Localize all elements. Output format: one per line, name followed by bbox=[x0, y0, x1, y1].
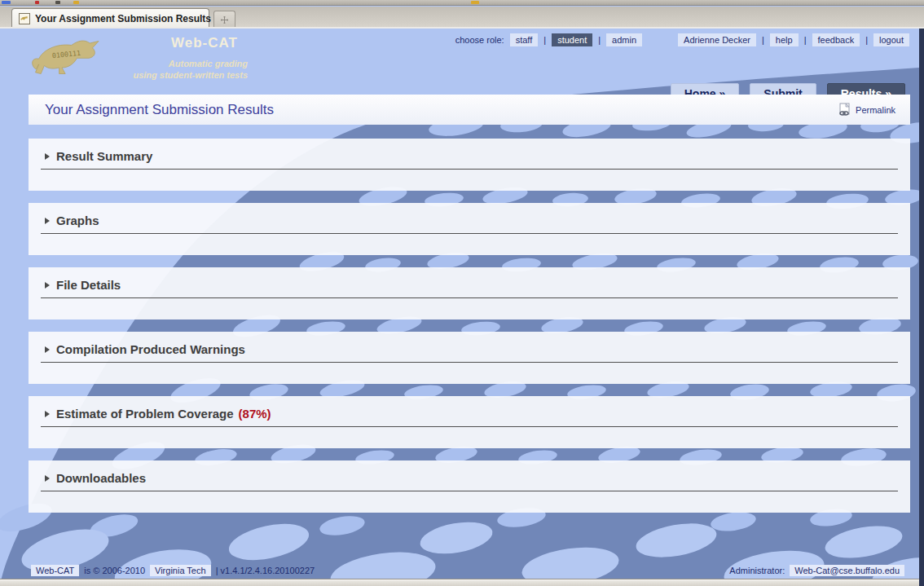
section-toggle[interactable]: Graphs bbox=[29, 203, 910, 227]
toolbar-icon-fragment bbox=[471, 1, 479, 4]
choose-role-label: choose role: bbox=[455, 35, 504, 45]
section-rule bbox=[41, 362, 898, 363]
admin-label: Administrator: bbox=[729, 566, 785, 575]
browser-status-bar bbox=[0, 579, 919, 586]
right-triangle-icon bbox=[45, 475, 50, 482]
page-title-banner: Your Assignment Submission Results Perma… bbox=[29, 95, 910, 125]
section-title: File Details bbox=[56, 278, 121, 292]
footer-copyright: is © 2006-2010 bbox=[84, 566, 145, 575]
separator: | bbox=[865, 35, 868, 45]
toolbar-icon-fragment bbox=[2, 1, 11, 4]
toolbar-icon-fragment bbox=[35, 1, 39, 4]
admin-email-link[interactable]: Web-Cat@cse.buffalo.edu bbox=[790, 565, 904, 576]
section-title: Graphs bbox=[56, 214, 99, 227]
section-title: Result Summary bbox=[56, 149, 152, 163]
right-triangle-icon bbox=[45, 153, 50, 160]
tagline-line1: Automatic grading bbox=[112, 58, 248, 69]
footer-version: | v1.4.1/2.4.16.20100227 bbox=[216, 566, 315, 575]
tagline-line2: using student-written tests bbox=[112, 69, 248, 81]
section-toggle[interactable]: Compilation Produced Warnings bbox=[29, 332, 910, 356]
webcat-cat-logo-icon: 0100111 bbox=[29, 35, 111, 83]
browser-window: Your Assignment Submission Results bbox=[0, 0, 924, 586]
footer-right: Administrator: Web-Cat@cse.buffalo.edu bbox=[729, 565, 904, 576]
section-rule bbox=[41, 233, 898, 234]
section-compilation-warnings: Compilation Produced Warnings bbox=[29, 332, 910, 384]
section-rule bbox=[41, 426, 898, 427]
section-file-details: File Details bbox=[29, 267, 910, 319]
section-rule bbox=[41, 169, 898, 170]
tab-title: Your Assignment Submission Results bbox=[35, 13, 211, 24]
section-problem-coverage: Estimate of Problem Coverage (87%) bbox=[29, 396, 910, 448]
footer-webcat-link[interactable]: Web-CAT bbox=[31, 565, 79, 576]
app-name: Web-CAT bbox=[112, 35, 248, 51]
separator: | bbox=[762, 35, 764, 45]
separator: | bbox=[543, 35, 546, 45]
section-title: Downloadables bbox=[56, 471, 146, 485]
section-result-summary: Result Summary bbox=[29, 139, 910, 191]
webcat-favicon-icon bbox=[19, 13, 30, 24]
window-right-edge bbox=[919, 29, 924, 586]
section-graphs: Graphs bbox=[29, 203, 910, 255]
right-triangle-icon bbox=[45, 218, 50, 224]
section-downloadables: Downloadables bbox=[29, 460, 910, 513]
toolbar-icon-fragment bbox=[73, 1, 79, 4]
permalink-label: Permalink bbox=[856, 105, 895, 115]
help-link[interactable]: help bbox=[770, 33, 799, 46]
section-title: Compilation Produced Warnings bbox=[56, 342, 245, 356]
section-rule bbox=[41, 491, 898, 491]
brand-block: Web-CAT Automatic grading using student-… bbox=[112, 35, 248, 81]
right-triangle-icon bbox=[45, 411, 50, 417]
separator: | bbox=[598, 35, 601, 45]
section-toggle[interactable]: Estimate of Problem Coverage (87%) bbox=[29, 396, 910, 421]
permalink-icon bbox=[838, 103, 851, 117]
section-badge: (87%) bbox=[239, 407, 271, 421]
feedback-link[interactable]: feedback bbox=[812, 33, 860, 46]
toolbar-icon-fragment bbox=[55, 1, 60, 4]
separator: | bbox=[804, 35, 807, 45]
footer-virginiatech-link[interactable]: Virginia Tech bbox=[150, 565, 211, 576]
role-staff[interactable]: staff bbox=[510, 33, 539, 46]
permalink-link[interactable]: Permalink bbox=[838, 95, 895, 125]
section-toggle[interactable]: Downloadables bbox=[29, 460, 910, 485]
role-admin[interactable]: admin bbox=[606, 33, 642, 46]
move-cross-icon bbox=[221, 16, 228, 24]
browser-toolbar-edge bbox=[0, 0, 924, 6]
role-student[interactable]: student bbox=[552, 33, 592, 46]
section-toggle[interactable]: File Details bbox=[29, 267, 910, 292]
page-title: Your Assignment Submission Results bbox=[45, 95, 274, 125]
user-name-link[interactable]: Adrienne Decker bbox=[678, 33, 756, 46]
page-footer: Web-CAT is © 2006-2010 Virginia Tech | v… bbox=[0, 562, 904, 579]
section-title: Estimate of Problem Coverage bbox=[56, 407, 234, 421]
browser-tab-bar: Your Assignment Submission Results bbox=[0, 7, 924, 27]
right-triangle-icon bbox=[45, 346, 50, 353]
logout-link[interactable]: logout bbox=[873, 33, 909, 46]
new-tab-button[interactable] bbox=[213, 11, 235, 28]
footer-left: Web-CAT is © 2006-2010 Virginia Tech | v… bbox=[31, 565, 315, 576]
section-rule bbox=[41, 297, 898, 298]
webcat-page: choose role: staff | student | admin Adr… bbox=[0, 29, 924, 586]
browser-tab-active[interactable]: Your Assignment Submission Results bbox=[11, 8, 209, 28]
role-chooser-row: choose role: staff | student | admin Adr… bbox=[455, 33, 909, 46]
right-triangle-icon bbox=[45, 282, 50, 289]
section-toggle[interactable]: Result Summary bbox=[29, 139, 910, 163]
